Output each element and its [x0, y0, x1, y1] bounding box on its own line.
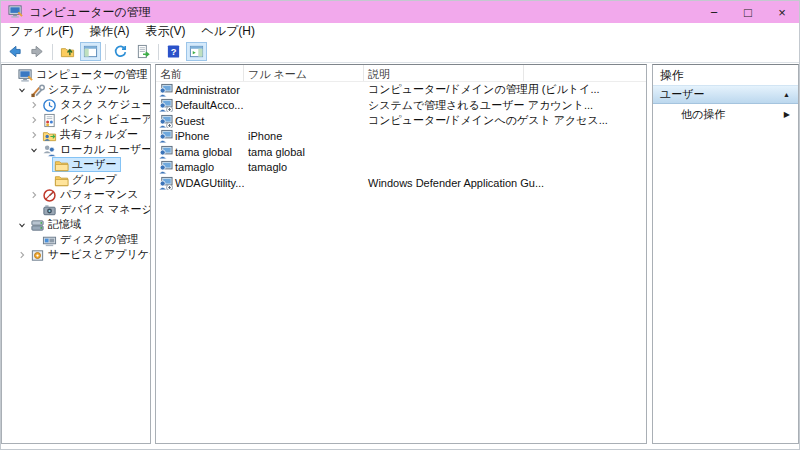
expander-collapsed-icon[interactable]	[28, 114, 40, 126]
tree-item-event-viewer[interactable]: イベント ビューアー	[2, 112, 150, 127]
tree-item-storage[interactable]: 記憶域	[2, 217, 150, 232]
expander-placeholder	[28, 234, 40, 246]
storage-icon	[30, 218, 45, 232]
user-icon	[158, 83, 173, 97]
titlebar[interactable]: コンピューターの管理 − □ ×	[1, 1, 799, 23]
action-item-more-actions[interactable]: 他の操作▶	[653, 104, 798, 124]
menu-action[interactable]: 操作(A)	[81, 22, 137, 42]
column-header[interactable]: 名前	[156, 65, 244, 81]
tree-item-performance[interactable]: パフォーマンス	[2, 187, 150, 202]
tree-item-users[interactable]: ユーザー	[2, 157, 150, 172]
window-controls: − □ ×	[697, 1, 799, 23]
tree-item-hit[interactable]: システム ツール	[28, 82, 134, 97]
computer-management-icon	[8, 4, 24, 20]
user-name-cell: tamaglo	[156, 160, 244, 174]
user-icon	[158, 145, 173, 159]
user-row[interactable]: Administratorコンピューター/ドメインの管理用 (ビルトイ...	[156, 82, 646, 98]
user-name-cell: Administrator	[156, 83, 244, 97]
console-window-icon	[83, 44, 98, 59]
column-header[interactable]: フル ネーム	[244, 65, 364, 81]
task-scheduler-icon	[42, 98, 57, 112]
list-body[interactable]: Administratorコンピューター/ドメインの管理用 (ビルトイ...De…	[156, 82, 646, 443]
expander-collapsed-icon[interactable]	[28, 99, 40, 111]
expander-placeholder	[4, 69, 16, 81]
tree-item-hit[interactable]: ローカル ユーザーとグループ	[40, 142, 151, 157]
tree-item-hit[interactable]: 共有フォルダー	[40, 127, 142, 142]
expander-expanded-icon[interactable]	[16, 219, 28, 231]
description-cell: コンピューター/ドメインへのゲスト アクセス...	[364, 113, 646, 128]
user-row[interactable]: WDAGUtility...Windows Defender Applicati…	[156, 175, 646, 191]
column-header[interactable]: 説明	[364, 65, 524, 81]
tree-item-hit[interactable]: イベント ビューアー	[40, 112, 151, 127]
tree-item-hit[interactable]: コンピューターの管理 (ローカル)	[16, 67, 151, 82]
tree-item-device-manager[interactable]: デバイス マネージャー	[2, 202, 150, 217]
tree-item-hit[interactable]: デバイス マネージャー	[40, 202, 151, 217]
tree-item-groups[interactable]: グループ	[2, 172, 150, 187]
tree-item-shared-folders[interactable]: 共有フォルダー	[2, 127, 150, 142]
menu-file[interactable]: ファイル(F)	[1, 22, 81, 42]
description-cell: コンピューター/ドメインの管理用 (ビルトイ...	[364, 82, 646, 97]
actions-section-header-users-section[interactable]: ユーザー▲	[653, 85, 798, 104]
user-row[interactable]: DefaultAcco...システムで管理されるユーザー アカウント...	[156, 98, 646, 114]
tree-item-hit[interactable]: グループ	[52, 172, 121, 187]
menu-view[interactable]: 表示(V)	[137, 22, 193, 42]
forward-button[interactable]	[27, 42, 48, 61]
help-button[interactable]: ?	[163, 42, 184, 61]
actions-sections: ユーザー▲他の操作▶	[653, 85, 798, 124]
collapse-section-icon[interactable]: ▲	[783, 91, 790, 98]
up-one-level-button[interactable]	[57, 42, 78, 61]
show-action-pane-button[interactable]	[186, 42, 207, 61]
tree-item-label: サービスとアプリケーション	[48, 248, 151, 261]
tree-item-system-tools[interactable]: システム ツール	[2, 82, 150, 97]
back-button[interactable]	[4, 42, 25, 61]
performance-icon	[42, 188, 57, 202]
tree-item-services-and-applications[interactable]: サービスとアプリケーション	[2, 247, 150, 262]
tree-item-hit[interactable]: タスク スケジューラ	[40, 97, 151, 112]
content-area: コンピューターの管理 (ローカル)システム ツールタスク スケジューライベント …	[1, 63, 799, 445]
export-list-button[interactable]	[133, 42, 154, 61]
expander-expanded-icon[interactable]	[16, 84, 28, 96]
tree-item-local-users-and-groups[interactable]: ローカル ユーザーとグループ	[2, 142, 150, 157]
tree-item-hit[interactable]: パフォーマンス	[40, 187, 143, 202]
help-icon: ?	[166, 44, 181, 59]
tree-item-hit[interactable]: サービスとアプリケーション	[28, 247, 151, 262]
menu-help[interactable]: ヘルプ(H)	[193, 22, 263, 42]
svg-text:?: ?	[171, 47, 177, 57]
tree-item-label: 記憶域	[48, 218, 81, 231]
minimize-button[interactable]: −	[697, 1, 731, 23]
toolbar-group	[3, 42, 49, 61]
tree-item-disk-management[interactable]: ディスクの管理	[2, 232, 150, 247]
full-name-cell: iPhone	[244, 130, 364, 142]
tree-item-label: ディスクの管理	[60, 233, 138, 246]
user-name-cell: tama global	[156, 145, 244, 159]
computer-mgmt-icon	[18, 68, 33, 82]
actions-pane-title: 操作	[653, 65, 798, 85]
description-cell: システムで管理されるユーザー アカウント...	[364, 98, 646, 113]
tree-item-hit[interactable]: ディスクの管理	[40, 232, 142, 247]
user-row[interactable]: tama globaltama global	[156, 144, 646, 160]
tree-item-hit[interactable]: ユーザー	[52, 157, 121, 172]
expander-collapsed-icon[interactable]	[28, 129, 40, 141]
submenu-arrow-icon: ▶	[784, 110, 790, 119]
tree-item-hit[interactable]: 記憶域	[28, 217, 85, 232]
user-disabled-icon	[158, 176, 173, 190]
tree-item-label: ユーザー	[72, 158, 117, 171]
refresh-button[interactable]	[110, 42, 131, 61]
tree-item-computer-management-root[interactable]: コンピューターの管理 (ローカル)	[2, 67, 150, 82]
user-row[interactable]: tamaglotamaglo	[156, 160, 646, 176]
action-item-label: 他の操作	[681, 107, 725, 122]
maximize-button[interactable]: □	[731, 1, 765, 23]
tree-item-task-scheduler[interactable]: タスク スケジューラ	[2, 97, 150, 112]
user-row[interactable]: Guestコンピューター/ドメインへのゲスト アクセス...	[156, 113, 646, 129]
expander-collapsed-icon[interactable]	[16, 249, 28, 261]
toolbar-separator	[52, 44, 53, 60]
show-console-tree-button[interactable]	[80, 42, 101, 61]
expander-collapsed-icon[interactable]	[28, 189, 40, 201]
toolbar-separator	[158, 44, 159, 60]
expander-expanded-icon[interactable]	[28, 144, 40, 156]
tree-item-label: 共有フォルダー	[60, 128, 138, 141]
toolbar-group: ?	[162, 42, 208, 61]
full-name-cell: tamaglo	[244, 161, 364, 173]
close-button[interactable]: ×	[765, 1, 799, 23]
user-row[interactable]: iPhoneiPhone	[156, 129, 646, 145]
